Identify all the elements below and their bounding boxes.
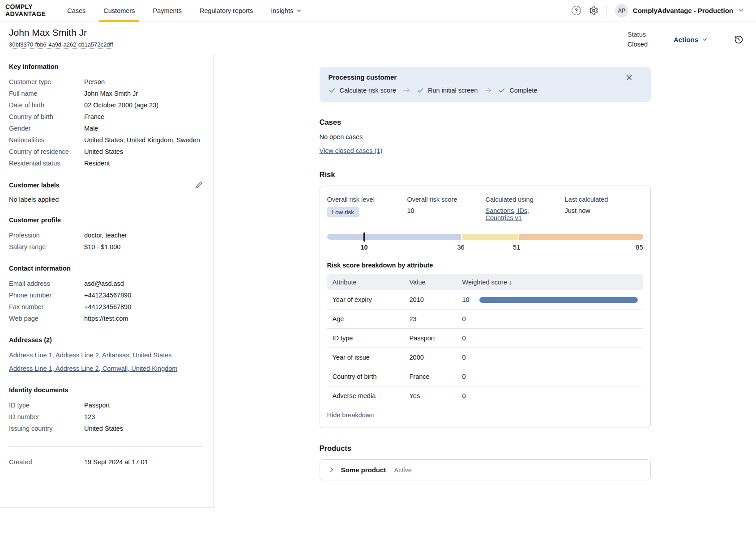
address-link[interactable]: Address Line 1, Address Line 2, Arkansas… [9,351,203,360]
risk-scale-ticks: 10 36 51 85 [327,243,643,253]
risk-scale: 10 36 51 85 [327,234,643,253]
tab-insights[interactable]: Insights [262,0,311,21]
tab-label: Cases [67,7,85,14]
logo-line1: COMPLY [5,4,46,10]
arrow-right-icon [402,87,410,93]
value-cell: Yes [410,392,462,399]
created-value: 19 Sept 2024 at 17:01 [84,458,148,466]
chevron-down-icon [296,8,302,14]
last-calculated-value: Just now [565,207,643,214]
info-value: United States [84,424,123,433]
info-row: GenderMale [9,124,203,133]
info-label: Profession [9,231,84,240]
calculated-using-label: Calculated using [486,196,556,203]
risk-scale-tick: 85 [636,244,643,251]
info-row: Web pagehttps://test.com [9,314,203,323]
table-row: Age 23 0 [327,310,643,329]
help-icon[interactable]: ? [572,6,581,15]
address-link[interactable]: Address Line 1, Address Line 2, Cornwall… [9,364,203,373]
info-value: United States, United Kingdom, Sweden [84,136,200,144]
info-row: Email addressasd@asd.asd [9,279,203,288]
check-icon [498,87,505,94]
customer-labels-section: Customer labels No labels applied [9,181,203,203]
history-icon[interactable] [734,35,743,44]
cases-title: Cases [320,118,651,127]
customer-details-sidebar: Key information Customer typePerson Full… [0,54,214,508]
header-actions: Status Closed Actions [628,30,743,49]
breakdown-table: Attribute Value Weighted score ↓ Year of… [327,274,643,405]
info-value: 123 [84,412,95,421]
info-label: Nationalities [9,136,84,144]
overall-risk-level: Overall risk level Low risk [327,196,407,221]
info-value: United States [84,147,123,156]
info-row: Issuing countryUnited States [9,424,203,433]
info-row: Country of residenceUnited States [9,147,203,156]
info-row: Date of birth02 October 2000 (age 23) [9,101,203,110]
step-run-initial-screen: Run initial screen [417,87,478,94]
column-weighted-score-sort[interactable]: Weighted score ↓ [462,279,638,286]
value-cell: Passport [410,335,462,342]
content: Key information Customer typePerson Full… [0,54,756,547]
check-icon [417,87,424,94]
risk-summary: Overall risk level Low risk Overall risk… [327,196,643,221]
tab-label: Customers [103,7,135,14]
score-cell: 10 [462,296,479,303]
no-open-cases-text: No open cases [320,133,651,140]
processing-steps: Calculate risk score Run initial screen … [329,87,642,94]
info-label: Issuing country [9,424,84,433]
risk-scale-tick: 10 [360,244,367,251]
no-labels-text: No labels applied [9,196,203,203]
account-menu[interactable]: AP ComplyAdvantage - Production [615,4,744,17]
step-label: Complete [509,87,537,94]
info-label: Gender [9,124,84,133]
calculated-using: Calculated using Sanctions, IDs, Countri… [486,196,565,221]
info-value: +441234567890 [84,291,131,300]
value-cell: France [410,373,462,380]
info-row: Professiondoctor, teacher [9,231,203,240]
risk-segment-low [327,234,461,240]
attribute-cell: Adverse media [333,392,410,399]
contact-information-section: Contact information Email addressasd@asd… [9,265,203,323]
tab-cases[interactable]: Cases [58,0,94,21]
section-title: Addresses (2) [9,336,52,343]
main-tabs: Cases Customers Payments Regulatory repo… [58,0,311,21]
comply-advantage-logo[interactable]: COMPLY ADVANTAGE [5,4,46,17]
edit-labels-pencil-icon[interactable] [195,181,203,189]
page-title: John Max Smith Jr [9,27,113,38]
info-value: Person [84,77,105,86]
risk-level-badge: Low risk [327,207,359,217]
actions-button[interactable]: Actions [674,36,708,43]
customer-profile-section: Customer profile Professiondoctor, teach… [9,216,203,251]
gear-icon[interactable] [589,6,598,15]
column-value: Value [410,279,462,286]
view-closed-cases-link[interactable]: View closed cases (1) [320,147,383,154]
risk-scale-bar [327,234,643,240]
info-value: $10 - $1,000 [84,242,120,251]
overall-risk-score: Overall risk score 10 [407,196,486,221]
step-label: Run initial screen [428,87,478,94]
info-row: Fax number+441234567890 [9,302,203,311]
risk-segment-medium [462,234,518,240]
step-label: Calculate risk score [340,87,397,94]
section-title: Identity documents [9,386,68,394]
tab-payments[interactable]: Payments [144,0,190,21]
weighted-score-bar [479,297,638,303]
close-icon[interactable] [624,72,635,83]
last-calculated-label: Last calculated [565,196,643,203]
risk-model-link[interactable]: Sanctions, IDs, Countries v1 [486,207,530,221]
section-title: Customer labels [9,182,60,189]
status-label: Status [628,30,648,39]
product-row[interactable]: Some product Active [320,459,651,480]
hide-breakdown-link[interactable]: Hide breakdown [327,411,374,419]
key-information-section: Key information Customer typePerson Full… [9,63,203,168]
info-row: Customer typePerson [9,77,203,86]
tab-customers[interactable]: Customers [94,0,144,21]
org-name: ComplyAdvantage - Production [633,7,733,14]
attribute-cell: ID type [333,335,410,342]
info-value: https://test.com [84,314,128,323]
tab-regulatory-reports[interactable]: Regulatory reports [191,0,262,21]
customer-id[interactable]: 30bf3370-fbb6-4a9d-a262-cb1a572c2dff [9,41,113,49]
info-value: asd@asd.asd [84,279,124,288]
sidebar-divider [9,446,203,447]
breakdown-table-header: Attribute Value Weighted score ↓ [327,274,643,290]
